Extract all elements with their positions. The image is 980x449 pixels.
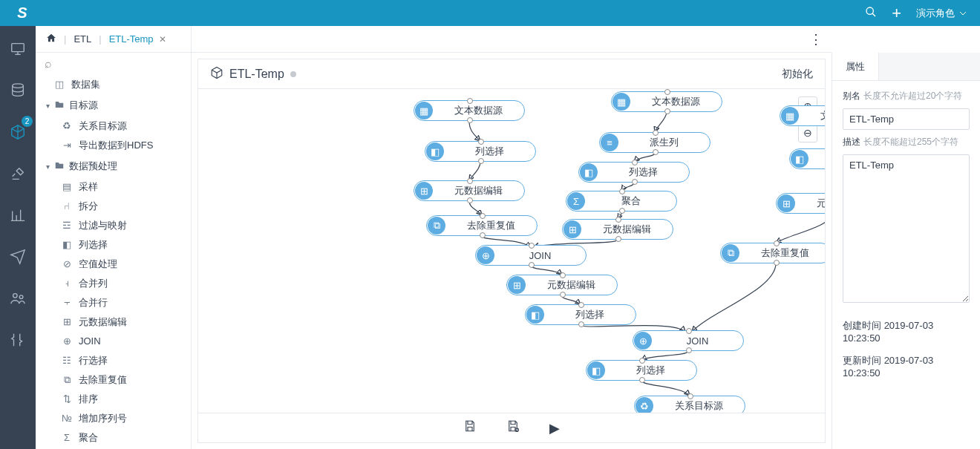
node-label: JOIN: [652, 335, 743, 347]
tree-item[interactable]: ☲过滤与映射: [36, 216, 191, 235]
flow-node[interactable]: ≡派生列: [599, 132, 710, 153]
flow-node[interactable]: ◧列选择: [578, 162, 690, 183]
home-icon[interactable]: [46, 33, 56, 45]
flow-node[interactable]: ◧列选择: [789, 148, 825, 169]
column-select-icon: ◧: [61, 239, 73, 251]
tree-item[interactable]: ⊕JOIN: [36, 332, 191, 351]
node-icon: ⊕: [477, 246, 494, 264]
tree-item[interactable]: ⊞元数据编辑: [36, 312, 191, 332]
node-icon: ▦: [781, 107, 799, 125]
breadcrumb-current[interactable]: ETL-Temp: [109, 33, 154, 45]
more-icon[interactable]: ⋮: [809, 31, 821, 47]
flow-node[interactable]: ⊕JOIN: [633, 330, 744, 351]
desc-input[interactable]: [843, 154, 970, 303]
run-button[interactable]: ▶: [549, 420, 560, 436]
flow-node[interactable]: ◧列选择: [525, 304, 636, 325]
merge-row-icon: ⫟: [61, 297, 73, 309]
svg-point-5: [13, 84, 24, 88]
tree-item[interactable]: ♻关系目标源: [36, 117, 191, 136]
add-icon[interactable]: +: [892, 4, 901, 23]
tree-item[interactable]: ⊘空值处理: [36, 255, 191, 274]
svg-point-6: [13, 294, 17, 298]
tree-item[interactable]: ⑁拆分: [36, 197, 191, 216]
node-label: 文本数据源: [799, 109, 825, 122]
folder-icon: [54, 99, 65, 112]
app-logo: S: [13, 4, 31, 22]
node-label: 元数据编辑: [795, 197, 825, 210]
tree-item[interactable]: ◫数据集: [36, 75, 191, 94]
tree-folder[interactable]: ▾目标源: [36, 94, 191, 117]
tree-item[interactable]: ⇅排序: [36, 390, 191, 409]
iconbar-database[interactable]: [4, 76, 32, 105]
iconbar: 2: [0, 26, 36, 449]
flow-node[interactable]: ⧉去除重复值: [426, 215, 538, 236]
flow-node[interactable]: ⧉去除重复值: [720, 243, 825, 263]
iconbar-cube[interactable]: 2: [4, 118, 32, 146]
node-label: 列选择: [444, 145, 535, 158]
flow-node[interactable]: ▦文本数据源: [780, 105, 825, 126]
flow-node[interactable]: ⊞元数据编辑: [414, 180, 525, 201]
folder-icon: [54, 160, 65, 173]
cube-icon: [210, 66, 223, 82]
iconbar-users[interactable]: [4, 284, 32, 312]
node-label: 元数据编辑: [526, 278, 617, 292]
flow-node[interactable]: ⊞元数据编辑: [506, 275, 618, 295]
init-button[interactable]: 初始化: [782, 68, 813, 81]
search-icon[interactable]: [865, 6, 877, 21]
tree-item[interactable]: ⫟合并行: [36, 293, 191, 312]
breadcrumb: | ETL | ETL-Temp ✕: [36, 26, 191, 53]
flow-node[interactable]: ♻关系目标源: [634, 396, 745, 413]
iconbar-badge: 2: [22, 116, 33, 127]
iconbar-monitor[interactable]: [4, 35, 32, 63]
flow-canvas[interactable]: ⊕ ⊖ ▣ ▦文本数据源◧列选择⊞元数据编辑⧉去除重复值⊕JOIN⊞元数据编辑◧…: [198, 89, 825, 413]
node-icon: ◧: [426, 142, 444, 160]
flow-node[interactable]: ▦文本数据源: [414, 100, 525, 121]
node-icon: ◧: [587, 361, 605, 379]
tree-item[interactable]: Σ聚合: [36, 428, 191, 448]
filter-icon: ☲: [61, 220, 73, 232]
caret-down-icon: ▾: [46, 163, 50, 171]
flow-node[interactable]: ⊞元数据编辑: [776, 193, 825, 214]
role-label: 演示角色: [916, 7, 955, 20]
tree-item[interactable]: ⫞合并列: [36, 274, 191, 293]
node-label: 元数据编辑: [433, 184, 524, 197]
svg-point-0: [866, 7, 873, 14]
node-label: 文本数据源: [630, 95, 722, 108]
sidebar: | ETL | ETL-Temp ✕ ◫数据集 ▾目标源 ♻关系目标源 ⇥导出数…: [36, 26, 192, 449]
tree-item[interactable]: ⧉去除重复值: [36, 370, 191, 390]
relation-icon: ♻: [61, 120, 73, 132]
tree-item[interactable]: ☷行选择: [36, 351, 191, 370]
flow-node[interactable]: Σ聚合: [566, 191, 677, 212]
canvas-title: ETL-Temp: [229, 68, 284, 81]
merge-col-icon: ⫞: [61, 278, 73, 289]
flow-node[interactable]: ⊕JOIN: [475, 245, 587, 266]
tree-item[interactable]: ▤采样: [36, 177, 191, 197]
tab-properties[interactable]: 属性: [832, 53, 879, 80]
node-icon: ⊞: [508, 276, 526, 294]
flow-node[interactable]: ◧列选择: [425, 141, 536, 162]
save-button[interactable]: [463, 419, 477, 436]
save-as-button[interactable]: [506, 419, 520, 436]
alias-input[interactable]: [843, 108, 970, 130]
flow-node[interactable]: ◧列选择: [586, 360, 697, 381]
sidebar-search-input[interactable]: [45, 57, 182, 71]
tree-folder[interactable]: ▾数据预处理: [36, 155, 191, 177]
iconbar-send[interactable]: [4, 243, 32, 271]
iconbar-gavel[interactable]: [4, 160, 32, 188]
node-icon: ▦: [415, 102, 433, 119]
role-dropdown[interactable]: 演示角色: [916, 7, 967, 20]
node-icon: ⧉: [722, 244, 739, 262]
properties-panel: 属性 别名长度不允许超过20个字符 描述长度不能超过255个字符 创建时间 20…: [832, 53, 980, 449]
breadcrumb-etl[interactable]: ETL: [74, 33, 91, 45]
svg-rect-2: [12, 44, 24, 52]
component-tree: ◫数据集 ▾目标源 ♻关系目标源 ⇥导出数据到HDFS ▾数据预处理 ▤采样 ⑁…: [36, 75, 191, 449]
tree-item[interactable]: №增加序列号: [36, 409, 191, 428]
node-label: 列选择: [605, 364, 696, 377]
tree-item[interactable]: ◧列选择: [36, 235, 191, 255]
tree-item[interactable]: ⇥导出数据到HDFS: [36, 136, 191, 155]
flow-node[interactable]: ▦文本数据源: [611, 91, 722, 112]
close-tab-icon[interactable]: ✕: [159, 34, 166, 45]
iconbar-tools[interactable]: [4, 326, 32, 354]
flow-node[interactable]: ⊞元数据编辑: [562, 219, 673, 240]
iconbar-chart[interactable]: [4, 201, 32, 229]
